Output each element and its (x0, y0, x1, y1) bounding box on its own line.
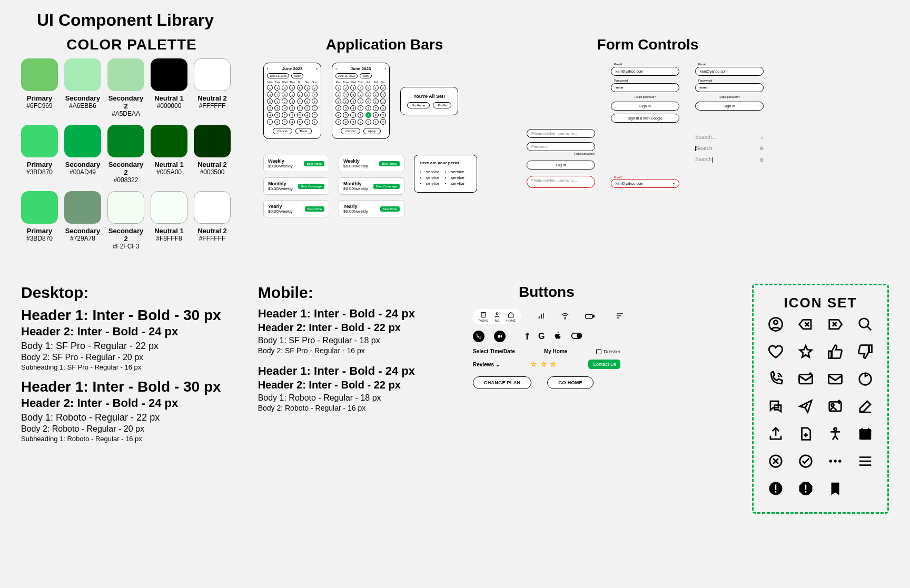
calendar-day[interactable]: 4 (358, 119, 363, 125)
calendar-day[interactable]: 3 (365, 112, 371, 118)
calendar-day[interactable]: 4 (297, 98, 303, 104)
plan-card[interactable]: Monthly$0.00/weeklyBest Coverage (263, 177, 329, 195)
calendar-day[interactable]: 5 (304, 98, 310, 104)
calendar-day[interactable]: 4 (282, 105, 288, 111)
calendar-day[interactable]: 1 (304, 119, 310, 125)
calendar-day[interactable]: 2 (358, 112, 363, 118)
google-icon[interactable]: G (538, 332, 545, 341)
calendar-day[interactable]: 2 (297, 92, 303, 97)
forgot-password-link[interactable]: Forgot password? (527, 152, 595, 155)
calendar-day[interactable]: 4 (350, 105, 356, 111)
reviews-dropdown[interactable]: Reviews ⌄ (473, 362, 500, 367)
facebook-icon[interactable]: f (526, 331, 529, 342)
calendar-day[interactable]: 2 (274, 119, 280, 125)
calendar-day[interactable]: 2 (373, 105, 379, 111)
calendar-day[interactable]: 1 (373, 119, 379, 125)
calendar-day[interactable]: 3 (274, 105, 280, 111)
calendar-day[interactable]: 2 (343, 85, 349, 91)
chevron-right-icon[interactable]: › (316, 66, 318, 71)
dresser-checkbox[interactable]: Dresser (596, 349, 620, 354)
calendar-day[interactable]: 5 (274, 112, 280, 118)
toggle-icon[interactable] (571, 332, 582, 341)
bottom-nav[interactable]: TASKS ME HOME (473, 309, 521, 324)
calendar-day[interactable]: 4 (312, 92, 318, 97)
calendar-day[interactable]: 1 (350, 112, 356, 118)
calendar-day[interactable]: 1 (312, 98, 318, 104)
calendar-day[interactable]: 5 (289, 105, 295, 111)
calendar-day[interactable]: 5 (358, 105, 363, 111)
sign-in-google-button[interactable]: Sign In a with Google (611, 114, 679, 123)
star-rating[interactable]: ★ ★ ★ (531, 361, 557, 368)
chevron-left-icon[interactable]: ‹ (267, 66, 269, 71)
calendar-day[interactable]: 3 (350, 85, 356, 91)
go-home-button[interactable]: Go Home (407, 102, 430, 108)
calendar-day[interactable]: 4 (289, 119, 295, 125)
calendar-day[interactable]: 1 (267, 119, 273, 125)
forgot-password-link[interactable]: Forgot password? (611, 95, 679, 98)
calendar-day[interactable]: 3 (343, 105, 349, 111)
forgot-password-link[interactable]: Forgot password? (695, 95, 764, 98)
video-button[interactable] (494, 331, 506, 342)
username-field[interactable]: Phone number, username... (527, 129, 595, 138)
calendar-day[interactable]: 4 (380, 92, 386, 97)
search-placeholder-row[interactable]: Search... ⌕ (695, 134, 764, 140)
calendar-day[interactable]: 1 (297, 105, 303, 111)
calendar-day[interactable]: 1 (304, 85, 310, 91)
search-cursor-row-2[interactable]: Search ⊕ (695, 156, 764, 162)
book-button[interactable]: Book (295, 128, 312, 134)
select-time-label[interactable]: Select Time/Date (473, 348, 515, 354)
calendar-day[interactable]: 5 (365, 85, 371, 91)
password-field[interactable]: Password (527, 142, 595, 151)
calendar-day[interactable]: 1 (274, 98, 280, 104)
search-cursor-row[interactable]: Search ⊕ (695, 145, 764, 151)
today-button[interactable]: Today (291, 73, 303, 78)
calendar-day[interactable]: 4 (373, 112, 379, 118)
calendar-day[interactable]: 5 (335, 98, 341, 104)
cancel-button[interactable]: Cancel (341, 128, 360, 134)
calendar-day[interactable]: 5 (297, 85, 303, 91)
calendar-day[interactable]: 1 (267, 85, 273, 91)
profile-button[interactable]: Profile (433, 102, 451, 108)
calendar-day[interactable]: 2 (282, 98, 288, 104)
calendar-day[interactable]: 5 (267, 98, 273, 104)
calendar-day[interactable]: 3 (282, 119, 288, 125)
plan-card[interactable]: Weekly$0.00/weeklyBest Value (339, 155, 404, 172)
chevron-right-icon[interactable]: › (384, 66, 386, 71)
calendar-day[interactable]: 5 (380, 112, 386, 118)
plan-card[interactable]: Yearly$0.00/weeklyBest Price (263, 200, 329, 217)
username-field-error[interactable]: Phone number, username... (527, 176, 595, 188)
calendar-day[interactable]: 3 (312, 105, 318, 111)
calendar-day[interactable]: 3 (335, 92, 341, 97)
calendar-day[interactable]: 1 (282, 112, 288, 118)
calendar-day[interactable]: 3 (282, 85, 288, 91)
calendar-day[interactable]: 5 (282, 92, 288, 97)
plan-card[interactable]: Yearly$0.00/weeklyBest Price (339, 200, 404, 217)
calendar-day[interactable]: 1 (358, 92, 363, 97)
calendar-day[interactable]: 1 (343, 98, 349, 104)
calendar-day[interactable]: 1 (335, 119, 341, 125)
calendar-day[interactable]: 2 (274, 85, 280, 91)
calendar-day[interactable]: 2 (365, 92, 371, 97)
plan-card[interactable]: Monthly$0.00/weeklyBest Coverage (339, 177, 404, 195)
contact-us-button[interactable]: Contact Us (588, 360, 620, 369)
calendar-day[interactable]: 5 (297, 119, 303, 125)
calendar-day[interactable]: 3 (380, 105, 386, 111)
calendar-day[interactable]: 2 (312, 85, 318, 91)
plan-card[interactable]: Weekly$0.00/weeklyBest Value (263, 155, 329, 172)
go-home-button[interactable]: GO HOME (547, 376, 594, 389)
email-field[interactable]: ken@yahoo.com (695, 67, 764, 76)
calendar-day[interactable]: 5 (312, 112, 318, 118)
calendar-day[interactable]: 3 (350, 119, 356, 125)
email-field[interactable]: ken@yahoo.com (611, 67, 679, 76)
calendar-day[interactable]: 4 (343, 92, 349, 97)
email-field-error[interactable]: ken@yahoo.com (611, 179, 679, 188)
calendar-day[interactable]: 1 (289, 92, 295, 97)
sign-in-button[interactable]: Sign In (611, 102, 679, 111)
calendar-day[interactable]: 1 (335, 85, 341, 91)
phone-button[interactable] (473, 331, 484, 342)
calendar-day[interactable]: 4 (335, 112, 341, 118)
cancel-button[interactable]: Cancel (273, 128, 292, 134)
login-button[interactable]: Log In (527, 161, 595, 170)
change-plan-button[interactable]: CHANGE PLAN (473, 376, 531, 389)
calendar-day[interactable]: 1 (380, 98, 386, 104)
